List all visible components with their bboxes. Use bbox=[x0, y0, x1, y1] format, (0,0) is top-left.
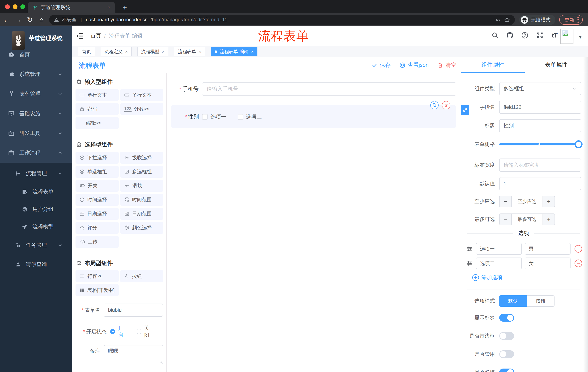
stepper-increase-button[interactable]: + bbox=[543, 214, 555, 225]
tag-close-icon[interactable]: × bbox=[125, 49, 128, 54]
tag-process-model[interactable]: 流程模型 × bbox=[137, 47, 168, 56]
duplicate-component-button[interactable] bbox=[430, 101, 439, 109]
status-radio-off[interactable]: 关闭 bbox=[137, 325, 153, 339]
component-type-select[interactable]: 多选框组 bbox=[499, 82, 581, 95]
component-date-picker[interactable]: 日期选择 bbox=[75, 208, 119, 220]
browser-update-button[interactable]: 更新 bbox=[559, 15, 583, 25]
bookmark-star-icon[interactable] bbox=[504, 17, 510, 23]
component-table-dev[interactable]: 表格[开发中] bbox=[75, 284, 119, 296]
tab-component-props[interactable]: 组件属性 bbox=[461, 57, 525, 73]
slider-handle[interactable] bbox=[575, 140, 583, 148]
tag-home[interactable]: 首页 bbox=[78, 47, 95, 56]
sidebar-item-system[interactable]: 系统管理 bbox=[0, 64, 72, 84]
breadcrumb-home[interactable]: 首页 bbox=[90, 32, 101, 40]
form-remark-textarea[interactable]: 嘿嘿 bbox=[104, 345, 163, 364]
tag-process-definition[interactable]: 流程定义 × bbox=[101, 47, 132, 56]
sidebar-item-payment[interactable]: ¥ 支付管理 bbox=[0, 84, 72, 104]
sidebar-item-process-model[interactable]: 流程模型 bbox=[0, 218, 72, 235]
remove-option-button[interactable]: − bbox=[575, 245, 582, 253]
tag-close-icon[interactable]: × bbox=[251, 49, 254, 54]
component-checkbox-group[interactable]: 多选框组 bbox=[120, 166, 163, 178]
style-default-button[interactable]: 默认 bbox=[499, 295, 527, 307]
checkbox-unchecked-icon[interactable] bbox=[238, 114, 243, 120]
browser-home-button[interactable]: ⌂ bbox=[36, 15, 47, 25]
save-button[interactable]: 保存 bbox=[372, 61, 391, 69]
stepper-decrease-button[interactable]: − bbox=[500, 196, 511, 207]
form-grid-slider[interactable] bbox=[499, 138, 581, 151]
component-textarea[interactable]: 多行文本 bbox=[120, 89, 163, 101]
sidebar-item-infra[interactable]: 基础设施 bbox=[0, 104, 72, 123]
link-drawer-tab[interactable] bbox=[461, 105, 469, 115]
required-toggle[interactable] bbox=[499, 369, 514, 372]
clear-button[interactable]: 清空 bbox=[437, 61, 456, 69]
component-radio-group[interactable]: 单选框组 bbox=[75, 166, 119, 178]
component-time-range[interactable]: 时间范围 bbox=[120, 194, 163, 206]
tab-form-props[interactable]: 表单属性 bbox=[525, 57, 588, 73]
default-value-input[interactable] bbox=[499, 177, 581, 190]
component-switch[interactable]: 开关 bbox=[75, 180, 119, 192]
title-input[interactable] bbox=[499, 119, 581, 132]
component-select[interactable]: 下拉选择 bbox=[75, 152, 119, 164]
tab-close-icon[interactable]: × bbox=[107, 4, 111, 11]
stepper-decrease-button[interactable]: − bbox=[500, 214, 511, 225]
sidebar-item-user-group[interactable]: 用户分组 bbox=[0, 201, 72, 218]
sidebar-item-process-mgmt[interactable]: 流程管理 bbox=[0, 164, 72, 183]
option-value-input[interactable] bbox=[525, 243, 570, 255]
close-window-button[interactable] bbox=[5, 4, 10, 9]
component-counter[interactable]: 123 计数器 bbox=[120, 103, 163, 115]
sidebar-collapse-icon[interactable] bbox=[76, 32, 84, 41]
avatar[interactable] bbox=[560, 29, 573, 44]
gender-option-2[interactable]: 选项二 bbox=[238, 113, 262, 120]
tag-close-icon[interactable]: × bbox=[162, 49, 165, 54]
sidebar-item-workflow[interactable]: 工作流程 bbox=[0, 143, 72, 163]
sidebar-item-task-mgmt[interactable]: 任务管理 bbox=[0, 235, 72, 255]
gender-option-1[interactable]: 选项一 bbox=[202, 113, 226, 120]
window-controls[interactable] bbox=[5, 4, 25, 9]
drag-handle-icon[interactable] bbox=[466, 260, 473, 267]
component-cascader[interactable]: 级联选择 bbox=[120, 152, 163, 164]
component-date-range[interactable]: 日期范围 bbox=[120, 208, 163, 220]
disabled-toggle[interactable] bbox=[499, 350, 514, 358]
key-icon[interactable] bbox=[495, 17, 501, 23]
component-color-picker[interactable]: 颜色选择 bbox=[120, 222, 163, 234]
new-tab-button[interactable]: + bbox=[120, 3, 129, 12]
checkbox-unchecked-icon[interactable] bbox=[202, 114, 208, 120]
sidebar-item-process-form[interactable]: 流程表单 bbox=[0, 183, 72, 201]
form-canvas[interactable]: *手机号 请输入手机号 *性别 选项一 选项二 bbox=[167, 73, 461, 372]
option-label-input[interactable] bbox=[476, 257, 522, 269]
search-icon[interactable] bbox=[491, 31, 499, 40]
option-value-input[interactable] bbox=[525, 257, 570, 269]
canvas-field-gender-selected[interactable]: *性别 选项一 选项二 bbox=[171, 105, 456, 128]
sidebar-item-leave-query[interactable]: 请假查询 bbox=[0, 255, 72, 274]
label-width-input[interactable] bbox=[499, 159, 581, 172]
form-name-input[interactable] bbox=[104, 304, 163, 317]
style-button-button[interactable]: 按钮 bbox=[527, 295, 555, 307]
view-json-button[interactable]: 查看json bbox=[399, 61, 429, 69]
status-radio-on[interactable]: 开启 bbox=[110, 325, 126, 339]
fullscreen-icon[interactable] bbox=[536, 31, 544, 40]
component-slider[interactable]: 滑块 bbox=[120, 180, 163, 192]
component-row-container[interactable]: 行容器 bbox=[75, 270, 119, 282]
option-label-input[interactable] bbox=[476, 243, 522, 255]
resize-handle-icon[interactable] bbox=[159, 360, 162, 363]
sidebar-item-home[interactable]: 首页 bbox=[0, 45, 72, 64]
browser-tab[interactable]: 芋道管理系统 × bbox=[28, 2, 115, 13]
phone-input[interactable]: 请输入手机号 bbox=[202, 83, 456, 96]
add-option-button[interactable]: + 添加选项 bbox=[472, 274, 581, 281]
browser-reload-button[interactable]: ↻ bbox=[25, 15, 35, 25]
delete-component-button[interactable] bbox=[442, 101, 450, 109]
font-size-icon[interactable]: tT bbox=[551, 31, 559, 40]
drag-handle-icon[interactable] bbox=[466, 245, 473, 252]
tag-close-icon[interactable]: × bbox=[199, 49, 201, 54]
component-single-line-text[interactable]: 单行文本 bbox=[75, 89, 119, 101]
component-time-picker[interactable]: 时间选择 bbox=[75, 194, 119, 206]
max-select-input[interactable] bbox=[511, 214, 543, 225]
browser-back-button[interactable]: ← bbox=[1, 15, 12, 25]
avatar-caret-icon[interactable]: ▾ bbox=[579, 34, 581, 40]
component-button[interactable]: 按钮 bbox=[120, 270, 163, 282]
with-border-toggle[interactable] bbox=[499, 332, 514, 340]
sidebar-item-devtools[interactable]: 研发工具 bbox=[0, 123, 72, 143]
component-editor[interactable]: 编辑器 bbox=[75, 117, 119, 129]
min-select-input[interactable] bbox=[511, 196, 543, 207]
field-name-input[interactable] bbox=[499, 101, 581, 114]
